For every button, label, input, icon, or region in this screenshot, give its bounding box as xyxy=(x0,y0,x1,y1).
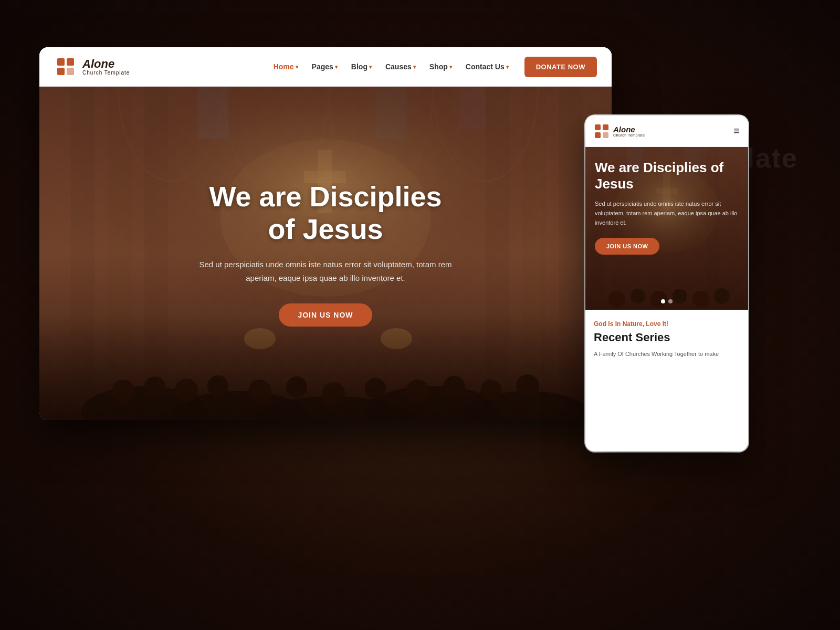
svg-point-63 xyxy=(714,288,730,304)
mobile-navbar: Alone Church Template ≡ xyxy=(585,116,748,147)
nav-item-home[interactable]: Home ▾ xyxy=(268,58,303,75)
mobile-logo[interactable]: Alone Church Template xyxy=(594,123,733,139)
svg-rect-3 xyxy=(67,68,74,75)
nav-blog-chevron: ▾ xyxy=(369,64,372,70)
svg-point-61 xyxy=(673,289,687,303)
desktop-hero: We are Discipliesof Jesus Sed ut perspic… xyxy=(39,87,612,420)
donate-button[interactable]: DONATE NOW xyxy=(524,57,597,77)
nav-contact-label: Contact Us xyxy=(466,62,505,71)
nav-item-contact[interactable]: Contact Us ▾ xyxy=(460,58,514,75)
mobile-section-title: Recent Series xyxy=(594,331,740,344)
desktop-browser-mockup: Alone Church Template Home ▾ Pages ▾ Blo… xyxy=(39,47,612,420)
mobile-logo-cross-icon xyxy=(594,123,610,139)
desktop-join-button[interactable]: JOIN US NOW xyxy=(279,303,372,327)
mobile-section-text: A Family Of Churches Working Together to… xyxy=(594,350,740,359)
mobile-join-button[interactable]: JOIN US NOW xyxy=(595,238,659,255)
logo-tagline: Church Template xyxy=(82,70,130,76)
logo-cross-icon xyxy=(54,55,77,78)
svg-rect-45 xyxy=(603,132,608,138)
nav-pages-chevron: ▾ xyxy=(335,64,338,70)
mobile-hero-title: We are Disciplies ofJesus xyxy=(595,160,739,192)
mobile-logo-tagline: Church Template xyxy=(613,133,645,137)
mobile-logo-brand-name: Alone xyxy=(613,125,645,133)
nav-home-label: Home xyxy=(274,62,294,71)
desktop-nav-links: Home ▾ Pages ▾ Blog ▾ Causes ▾ Shop ▾ Co… xyxy=(268,58,514,75)
logo-brand-name: Alone xyxy=(82,58,130,70)
svg-point-59 xyxy=(631,289,645,303)
logo-text: Alone Church Template xyxy=(82,58,130,76)
mobile-hero-content: We are Disciplies ofJesus Sed ut perspic… xyxy=(585,147,748,255)
mobile-logo-text: Alone Church Template xyxy=(613,125,645,137)
svg-rect-44 xyxy=(595,132,601,138)
nav-home-chevron: ▾ xyxy=(296,64,298,70)
desktop-logo[interactable]: Alone Church Template xyxy=(54,55,130,78)
nav-item-shop[interactable]: Shop ▾ xyxy=(424,58,457,75)
svg-point-58 xyxy=(608,291,625,308)
carousel-dot-2[interactable] xyxy=(668,299,673,303)
svg-rect-1 xyxy=(67,58,74,66)
nav-shop-chevron: ▾ xyxy=(449,64,452,70)
carousel-dots xyxy=(661,299,673,303)
desktop-hero-subtitle: Sed ut perspiciatis unde omnis iste natu… xyxy=(184,258,467,285)
nav-item-pages[interactable]: Pages ▾ xyxy=(307,58,343,75)
mobile-phone-mockup: Alone Church Template ≡ xyxy=(585,116,748,452)
nav-contact-chevron: ▾ xyxy=(506,64,509,70)
desktop-hero-content: We are Discipliesof Jesus Sed ut perspic… xyxy=(39,87,612,420)
desktop-navbar: Alone Church Template Home ▾ Pages ▾ Blo… xyxy=(39,47,612,87)
desktop-hero-title: We are Discipliesof Jesus xyxy=(209,180,442,245)
svg-rect-42 xyxy=(595,124,601,130)
nav-item-causes[interactable]: Causes ▾ xyxy=(380,58,421,75)
mobile-content-section: God Is In Nature, Love It! Recent Series… xyxy=(585,310,748,370)
mobile-hero: We are Disciplies ofJesus Sed ut perspic… xyxy=(585,147,748,310)
nav-item-blog[interactable]: Blog ▾ xyxy=(346,58,377,75)
svg-point-62 xyxy=(692,291,709,308)
svg-rect-2 xyxy=(57,68,65,75)
nav-blog-label: Blog xyxy=(351,62,368,71)
nav-causes-label: Causes xyxy=(385,62,412,71)
mobile-hero-subtitle: Sed ut perspiciatis unde omnis iste natu… xyxy=(595,200,739,227)
mobile-section-subtitle: God Is In Nature, Love It! xyxy=(594,320,740,328)
nav-pages-label: Pages xyxy=(312,62,333,71)
nav-shop-label: Shop xyxy=(429,62,448,71)
svg-rect-0 xyxy=(57,58,65,66)
nav-causes-chevron: ▾ xyxy=(413,64,416,70)
hamburger-menu-icon[interactable]: ≡ xyxy=(733,125,740,137)
svg-rect-43 xyxy=(603,124,608,130)
carousel-dot-1[interactable] xyxy=(661,299,665,303)
